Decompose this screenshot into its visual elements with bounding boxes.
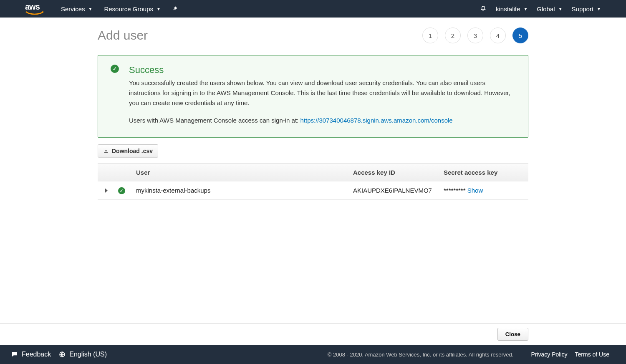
nav-support[interactable]: Support ▼ (572, 5, 601, 13)
cell-secret: ********* Show (438, 181, 528, 200)
wizard-step-4[interactable]: 4 (490, 28, 506, 43)
download-icon (103, 148, 109, 154)
nav-left: Services ▼ Resource Groups ▼ (61, 5, 178, 13)
col-status (113, 164, 130, 181)
nav-services[interactable]: Services ▼ (61, 5, 92, 13)
nav-account-label: kinstalife (496, 5, 520, 13)
success-body-p1: You successfully created the users shown… (129, 78, 518, 108)
show-secret-link[interactable]: Show (467, 187, 483, 194)
caret-down-icon: ▼ (597, 7, 601, 11)
signin-link[interactable]: https://307340046878.signin.aws.amazon.c… (300, 117, 452, 124)
row-success-icon: ✓ (118, 187, 125, 194)
wizard-step-3[interactable]: 3 (467, 28, 483, 43)
cell-user: mykinsta-external-backups (130, 181, 347, 200)
wizard-step-5[interactable]: 5 (512, 28, 528, 43)
col-secret: Secret access key (438, 164, 528, 181)
table-header-row: User Access key ID Secret access key (98, 164, 528, 181)
nav-services-label: Services (61, 5, 85, 13)
page-title: Add user (98, 28, 148, 43)
nav-region-label: Global (537, 5, 555, 13)
nav-support-label: Support (572, 5, 594, 13)
col-expand (98, 164, 113, 181)
caret-down-icon: ▼ (523, 7, 528, 11)
aws-smile-icon (25, 11, 44, 15)
caret-down-icon: ▼ (156, 7, 161, 11)
caret-down-icon: ▼ (558, 7, 563, 11)
secret-masked: ********* (444, 187, 466, 194)
success-body: You successfully created the users shown… (129, 78, 518, 126)
success-title: Success (129, 65, 518, 75)
expand-row-icon[interactable] (105, 188, 108, 193)
aws-logo-text: aws (25, 2, 40, 11)
wizard-step-2[interactable]: 2 (445, 28, 461, 43)
success-alert: ✓ Success You successfully created the u… (98, 55, 528, 138)
col-akid: Access key ID (347, 164, 438, 181)
signin-prefix: Users with AWS Management Console access… (129, 117, 300, 124)
page-header: Add user 1 2 3 4 5 (98, 28, 528, 43)
pin-icon (172, 6, 178, 12)
aws-logo[interactable]: aws (25, 3, 44, 15)
download-csv-label: Download .csv (112, 148, 153, 154)
top-nav: aws Services ▼ Resource Groups ▼ kinstal… (0, 0, 626, 18)
bell-icon (480, 5, 487, 12)
success-check-icon: ✓ (111, 65, 119, 73)
wizard-step-1[interactable]: 1 (422, 28, 438, 43)
download-csv-button[interactable]: Download .csv (98, 144, 158, 158)
nav-account[interactable]: kinstalife ▼ (496, 5, 528, 13)
cell-akid: AKIAUPDXE6IPALNEVMO7 (347, 181, 438, 200)
nav-pin-icon[interactable] (172, 6, 178, 12)
nav-right: kinstalife ▼ Global ▼ Support ▼ (480, 5, 601, 13)
caret-down-icon: ▼ (88, 7, 93, 11)
download-row: Download .csv (98, 144, 528, 158)
nav-resource-groups[interactable]: Resource Groups ▼ (104, 5, 160, 13)
page-body: Add user 1 2 3 4 5 ✓ Success You success… (98, 18, 528, 200)
success-body-p2: Users with AWS Management Console access… (129, 115, 518, 126)
users-table: User Access key ID Secret access key ✓ m… (98, 163, 528, 200)
table-row: ✓ mykinsta-external-backups AKIAUPDXE6IP… (98, 181, 528, 200)
wizard-steps: 1 2 3 4 5 (422, 28, 528, 43)
col-user: User (130, 164, 347, 181)
nav-resource-groups-label: Resource Groups (104, 5, 153, 13)
nav-region[interactable]: Global ▼ (537, 5, 562, 13)
nav-notifications[interactable] (480, 5, 487, 12)
